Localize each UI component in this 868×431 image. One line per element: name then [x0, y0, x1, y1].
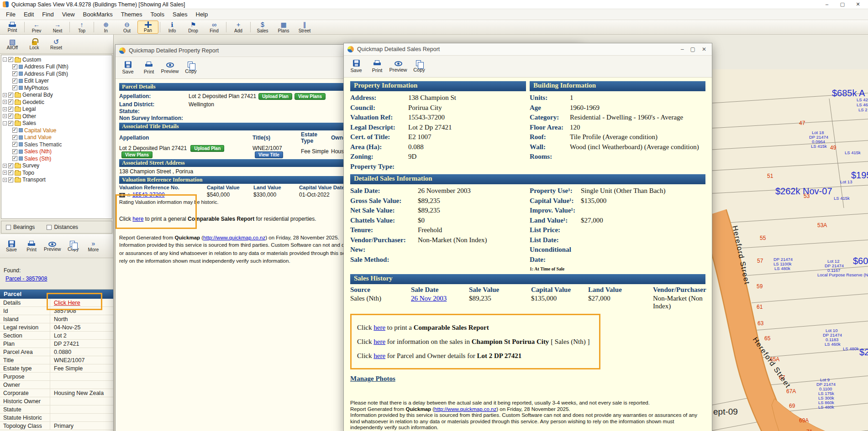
dialog-titlebar[interactable]: Quickmap Detailed Sales Report – ▢ ✕: [344, 43, 712, 56]
menu-view[interactable]: View: [58, 10, 79, 19]
copy-button[interactable]: Copy: [409, 57, 430, 76]
expander-icon[interactable]: +: [3, 164, 7, 168]
maximize-icon[interactable]: ▢: [690, 45, 695, 54]
menu-find[interactable]: Find: [38, 10, 58, 19]
bearings-checkbox[interactable]: [6, 225, 11, 230]
layer-item[interactable]: +Topo: [1, 169, 112, 177]
toolbar-button-plans[interactable]: ▦Plans: [273, 21, 294, 34]
upload-plan-button[interactable]: Upload Plan: [258, 93, 292, 100]
layer-item[interactable]: MyPhotos: [1, 84, 112, 92]
layer-item[interactable]: Sales (Sth): [1, 155, 112, 162]
layer-checkbox[interactable]: [8, 121, 13, 126]
layer-item[interactable]: Address Full (Sth): [1, 70, 112, 78]
layer-item[interactable]: +Transport: [1, 177, 112, 184]
house-icon[interactable]: ⌂: [127, 191, 131, 198]
layer-checkbox[interactable]: [12, 71, 17, 76]
layer-item[interactable]: +Legal: [1, 106, 112, 113]
toolbar-button-pan[interactable]: Pan: [137, 21, 158, 34]
toolbar-button-prev[interactable]: ←Prev: [26, 21, 47, 34]
toolbar-button-info[interactable]: ℹInfo: [162, 21, 183, 34]
save-button[interactable]: Save: [346, 57, 367, 76]
toolbar-button-lock[interactable]: Lock: [23, 36, 45, 52]
window-titlebar[interactable]: Quickmap Sales View V8.4.9278 (Buildings…: [0, 0, 868, 9]
minimize-icon[interactable]: –: [820, 0, 834, 9]
layer-checkbox[interactable]: [8, 99, 13, 104]
layer-item[interactable]: Edit Layer: [1, 78, 112, 85]
layer-checkbox[interactable]: [12, 149, 17, 154]
close-icon[interactable]: ✕: [851, 0, 865, 9]
preview-button[interactable]: Preview: [159, 58, 180, 78]
toolbar-button-top[interactable]: ↑Top: [71, 21, 92, 34]
distances-checkbox[interactable]: [47, 225, 52, 230]
layer-checkbox[interactable]: [8, 57, 13, 62]
menu-tools[interactable]: Tools: [147, 10, 168, 19]
menu-edit[interactable]: Edit: [20, 10, 38, 19]
here-link[interactable]: here: [374, 338, 385, 345]
here-link[interactable]: here: [132, 216, 143, 222]
minimize-icon[interactable]: –: [681, 45, 684, 54]
expander-icon[interactable]: +: [3, 178, 7, 182]
menu-themes[interactable]: Themes: [117, 10, 147, 19]
layer-checkbox[interactable]: [8, 93, 13, 98]
upload-plan-button[interactable]: Upload Plan: [190, 145, 224, 152]
layer-checkbox[interactable]: [8, 107, 13, 112]
view-plans-button[interactable]: View Plans: [121, 151, 153, 158]
menu-file[interactable]: File: [2, 10, 20, 19]
save-button[interactable]: Save: [117, 58, 138, 78]
layer-item[interactable]: Land Value: [1, 134, 112, 141]
here-link[interactable]: here: [374, 324, 385, 331]
layer-checkbox[interactable]: [8, 163, 13, 168]
layer-item[interactable]: Address Full (Nth): [1, 63, 112, 71]
layer-checkbox[interactable]: [8, 170, 13, 175]
toolbar-button-in[interactable]: ⊕In: [95, 21, 116, 34]
preview-button[interactable]: Preview: [388, 57, 409, 76]
copy-button[interactable]: Copy: [180, 58, 201, 78]
layer-checkbox[interactable]: [12, 135, 17, 140]
layer-checkbox[interactable]: [12, 85, 17, 90]
layer-checkbox[interactable]: [8, 114, 13, 119]
toolbar-button-sales[interactable]: $Sales: [252, 21, 273, 34]
details-click-here-link[interactable]: Click Here: [50, 300, 113, 306]
layer-item[interactable]: +Survey: [1, 162, 112, 170]
quickmap-url-link[interactable]: http://www.quickmap.co.nz: [434, 406, 496, 412]
toolbar-button-reset[interactable]: ↺Reset: [45, 36, 67, 52]
toolbar-button-alloff[interactable]: ▧AllOff: [1, 36, 23, 52]
camera-icon[interactable]: [119, 193, 125, 197]
action-button-copy[interactable]: Copy: [63, 236, 83, 257]
layer-checkbox[interactable]: [12, 142, 17, 147]
found-parcel-link[interactable]: Parcel - 3857908: [5, 275, 47, 282]
expander-icon[interactable]: -: [3, 57, 7, 62]
layer-checkbox[interactable]: [8, 177, 13, 182]
menu-bookmarks[interactable]: BookMarks: [79, 10, 117, 19]
action-button-preview[interactable]: Preview: [42, 236, 63, 257]
layer-item[interactable]: Sales Thematic: [1, 141, 112, 148]
layer-checkbox[interactable]: [12, 156, 17, 161]
toolbar-button-street[interactable]: ∥Street: [294, 21, 315, 34]
expander-icon[interactable]: +: [3, 171, 7, 175]
sale-date-link[interactable]: 26 Nov 2003: [411, 295, 447, 302]
layer-item[interactable]: +Other: [1, 113, 112, 120]
print-button[interactable]: Print: [138, 58, 159, 78]
here-link[interactable]: here: [374, 352, 385, 359]
expander-icon[interactable]: +: [3, 107, 7, 111]
toolbar-button-out[interactable]: ⊖Out: [116, 21, 137, 34]
action-button-save[interactable]: Save: [1, 236, 21, 257]
layer-item[interactable]: -Custom: [1, 56, 112, 63]
menu-help[interactable]: Help: [192, 10, 212, 19]
valuation-ref-link[interactable]: 15543-37200: [132, 192, 165, 198]
maximize-icon[interactable]: ▢: [835, 0, 850, 9]
action-button-print[interactable]: Print: [21, 236, 42, 257]
layer-checkbox[interactable]: [12, 78, 17, 83]
layer-item[interactable]: +Geodetic: [1, 99, 112, 106]
view-title-button[interactable]: View Title: [255, 151, 283, 158]
expander-icon[interactable]: -: [3, 121, 7, 125]
print-button[interactable]: Print: [367, 57, 388, 76]
layer-item[interactable]: +General Bdy: [1, 92, 112, 99]
quickmap-url-link[interactable]: http://www.quickmap.co.nz: [203, 235, 265, 240]
manage-photos-link[interactable]: Manage Photos: [350, 375, 395, 382]
toolbar-button-add[interactable]: +Add: [228, 21, 249, 34]
layer-checkbox[interactable]: [12, 64, 17, 69]
layer-item[interactable]: Capital Value: [1, 127, 112, 134]
expander-icon[interactable]: +: [3, 100, 7, 104]
toolbar-button-find[interactable]: ∞Find: [204, 21, 225, 34]
